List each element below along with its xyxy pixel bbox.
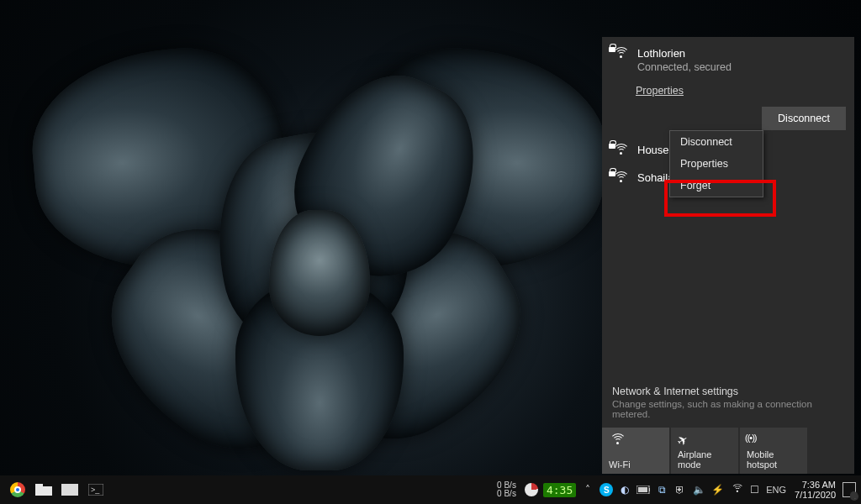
tray-cast[interactable]: ☐ [747,483,761,496]
tray-security[interactable]: ⛨ [673,483,687,496]
window-icon [61,484,78,496]
tray-chevron-up[interactable]: ˄ [581,483,594,496]
taskbar-app-explorer[interactable] [34,480,53,499]
battery-icon [637,486,650,494]
wifi-secured-icon [612,171,629,186]
clock-date: 7/11/2020 [795,490,836,500]
network-item-connected[interactable]: Lothlorien Connected, secured [602,37,854,76]
notification-icon: 4 [843,482,856,497]
tray-clock[interactable]: 7:36 AM 7/11/2020 [795,480,836,500]
folder-icon [35,484,52,496]
tray-power-plan[interactable]: ⚡ [710,483,724,496]
disconnect-button[interactable]: Disconnect [762,107,846,130]
tray-disk-usage[interactable] [525,483,538,496]
tray-battery[interactable] [637,483,650,496]
tray-wifi[interactable] [729,483,742,496]
network-context-menu: Disconnect Properties Forget [669,130,763,197]
taskbar-app-chrome[interactable] [8,480,27,499]
context-menu-forget[interactable]: Forget [670,175,763,197]
hotspot-icon [747,433,762,447]
wifi-icon [609,433,626,448]
network-settings-link[interactable]: Network & Internet settings [602,386,854,397]
context-menu-properties[interactable]: Properties [670,153,763,175]
svg-text:>_: >_ [91,486,100,494]
clock-time: 7:36 AM [802,480,836,490]
svg-rect-2 [61,484,78,496]
tile-label: Airplane mode [678,449,733,470]
svg-rect-7 [638,487,647,492]
taskbar-app-terminal[interactable]: >_ [87,480,105,499]
terminal-icon: >_ [88,484,103,496]
quick-action-tiles: Wi-Fi ✈ Airplane mode Mobile hotspot [602,428,854,474]
wifi-secured-icon [612,144,629,158]
tile-label: Wi-Fi [609,459,664,470]
properties-link[interactable]: Properties [636,85,854,97]
tile-airplane[interactable]: ✈ Airplane mode [671,428,738,474]
chrome-icon [10,482,25,497]
taskbar: >_ 0 B/s 0 B/s 4:35 ˄ S ◐ ⧉ ⛨ 🔈 ⚡ ☐ ENG … [0,475,861,504]
pie-chart-icon [525,483,538,496]
tray-action-center[interactable]: 4 [843,483,856,496]
netspeed-down: 0 B/s [497,490,516,498]
tray-dropbox[interactable]: ⧉ [655,483,668,496]
tray-flux[interactable]: ◐ [618,483,631,496]
network-status: Connected, secured [637,61,732,73]
network-flyout: Lothlorien Connected, secured Properties… [602,37,854,474]
skype-icon: S [600,483,613,496]
notification-count: 4 [850,492,858,501]
tray-volume[interactable]: 🔈 [692,483,705,496]
network-name: Lothlorien [637,47,732,60]
svg-rect-6 [649,488,650,491]
taskbar-app-generic[interactable] [61,480,79,499]
airplane-icon: ✈ [674,431,691,449]
tray-netspeed[interactable]: 0 B/s 0 B/s [497,481,516,498]
wifi-icon [731,484,741,495]
wifi-secured-icon [612,47,629,61]
tray-language[interactable]: ENG [766,483,786,496]
network-settings-subtitle: Change settings, such as making a connec… [602,397,854,428]
tile-wifi[interactable]: Wi-Fi [602,428,669,474]
tile-hotspot[interactable]: Mobile hotspot [740,428,807,474]
context-menu-disconnect[interactable]: Disconnect [670,131,763,153]
tray-skype[interactable]: S [600,483,613,496]
svg-rect-1 [35,484,43,488]
tray-timer[interactable]: 4:35 [543,483,576,497]
tile-label: Mobile hotspot [747,449,802,470]
